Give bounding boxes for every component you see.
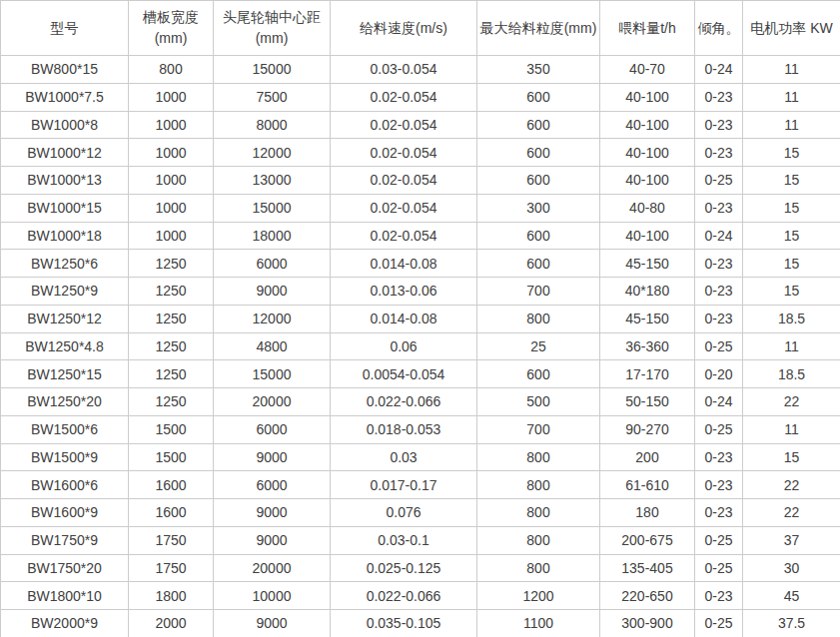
table-cell: 1600 <box>129 499 214 527</box>
table-cell: 0-23 <box>695 443 743 471</box>
table-cell: 1000 <box>129 111 214 139</box>
table-cell: 12000 <box>214 305 331 332</box>
header-row: 型号槽板宽度(mm)头尾轮轴中心距 (mm)给料速度(m/s)最大给料粒度(mm… <box>1 1 840 56</box>
table-cell: 0.03-0.1 <box>331 526 477 554</box>
table-cell: BW1600*9 <box>1 499 129 527</box>
table-cell: 0-23 <box>695 471 743 499</box>
table-cell: 220-650 <box>600 582 695 610</box>
table-cell: 45 <box>743 582 840 610</box>
table-cell: 1250 <box>129 250 214 278</box>
table-cell: 135-405 <box>600 554 695 582</box>
table-cell: 800 <box>477 471 600 499</box>
table-cell: 45-150 <box>600 250 695 278</box>
table-cell: 1000 <box>129 194 214 222</box>
table-cell: 1500 <box>129 415 214 443</box>
table-cell: 0-25 <box>695 332 743 360</box>
table-cell: 0.03 <box>331 443 477 471</box>
table-row: BW1600*6160060000.017-0.1780061-6100-232… <box>1 471 840 499</box>
table-cell: 500 <box>477 388 600 416</box>
table-row: BW1250*201250200000.022-0.06650050-1500-… <box>1 388 840 416</box>
table-cell: 0-20 <box>695 360 743 388</box>
table-cell: 18.5 <box>743 305 840 332</box>
table-cell: 600 <box>477 111 600 139</box>
table-row: BW1250*9125090000.013-0.0670040*1800-231… <box>1 278 840 306</box>
table-cell: 800 <box>129 56 214 84</box>
table-cell: 0-23 <box>695 499 743 527</box>
table-cell: 1100 <box>477 610 600 637</box>
table-cell: 1000 <box>129 222 214 250</box>
table-cell: 0.03-0.054 <box>331 56 477 84</box>
table-cell: 800 <box>477 526 600 554</box>
table-cell: 37 <box>743 526 840 554</box>
table-cell: 0.018-0.053 <box>331 415 477 443</box>
table-cell: 200 <box>600 443 695 471</box>
table-cell: 40*180 <box>600 278 695 306</box>
feeder-spec-table: 型号槽板宽度(mm)头尾轮轴中心距 (mm)给料速度(m/s)最大给料粒度(mm… <box>0 0 840 637</box>
table-cell: 13000 <box>214 167 331 195</box>
table-cell: 40-100 <box>600 222 695 250</box>
column-header: 头尾轮轴中心距 (mm) <box>214 1 331 56</box>
table-cell: 1250 <box>129 305 214 332</box>
table-cell: 0-25 <box>695 415 743 443</box>
table-cell: BW1250*6 <box>1 250 129 278</box>
table-cell: 0.035-0.105 <box>331 610 477 637</box>
table-cell: BW1000*13 <box>1 167 129 195</box>
table-cell: 18000 <box>214 222 331 250</box>
table-header: 型号槽板宽度(mm)头尾轮轴中心距 (mm)给料速度(m/s)最大给料粒度(mm… <box>1 1 840 56</box>
table-cell: 800 <box>477 305 600 332</box>
table-cell: 9000 <box>214 499 331 527</box>
column-header: 最大给料粒度(mm) <box>477 1 600 56</box>
table-cell: 300 <box>477 194 600 222</box>
table-cell: 800 <box>477 499 600 527</box>
table-cell: 9000 <box>214 526 331 554</box>
table-row: BW1800*101800100000.022-0.0661200220-650… <box>1 582 840 610</box>
table-cell: 9000 <box>214 443 331 471</box>
table-cell: 9000 <box>214 278 331 306</box>
table-cell: 1000 <box>129 83 214 111</box>
table-cell: 600 <box>477 83 600 111</box>
table-cell: BW1500*6 <box>1 415 129 443</box>
table-row: BW1750*201750200000.025-0.125800135-4050… <box>1 554 840 582</box>
table-cell: 0.06 <box>331 332 477 360</box>
table-cell: 0-23 <box>695 139 743 167</box>
table-cell: 37.5 <box>743 610 840 637</box>
table-cell: 15 <box>743 139 840 167</box>
table-cell: 0-23 <box>695 582 743 610</box>
table-cell: 15 <box>743 194 840 222</box>
table-cell: 600 <box>477 250 600 278</box>
table-cell: 11 <box>743 415 840 443</box>
table-cell: 0.02-0.054 <box>331 83 477 111</box>
table-cell: 0-25 <box>695 526 743 554</box>
table-cell: 1600 <box>129 471 214 499</box>
table-cell: BW1250*4.8 <box>1 332 129 360</box>
table-row: BW1600*9160090000.0768001800-2322 <box>1 499 840 527</box>
table-cell: BW1500*9 <box>1 443 129 471</box>
table-row: BW1500*6150060000.018-0.05370090-2700-25… <box>1 415 840 443</box>
table-cell: 1000 <box>129 139 214 167</box>
column-header: 倾角。 <box>695 1 743 56</box>
table-cell: 800 <box>477 443 600 471</box>
table-cell: 1750 <box>129 554 214 582</box>
column-header: 喂料量t/h <box>600 1 695 56</box>
table-cell: 0-25 <box>695 554 743 582</box>
table-cell: 0-23 <box>695 111 743 139</box>
table-cell: 0.013-0.06 <box>331 278 477 306</box>
table-cell: 11 <box>743 56 840 84</box>
table-cell: 600 <box>477 167 600 195</box>
table-cell: 61-610 <box>600 471 695 499</box>
table-cell: BW1000*7.5 <box>1 83 129 111</box>
column-header: 型号 <box>1 1 129 56</box>
table-cell: 0.017-0.17 <box>331 471 477 499</box>
table-cell: 0-23 <box>695 194 743 222</box>
table-cell: 20000 <box>214 388 331 416</box>
table-cell: 9000 <box>214 610 331 637</box>
table-cell: BW1250*20 <box>1 388 129 416</box>
table-cell: 6000 <box>214 415 331 443</box>
table-row: BW1250*6125060000.014-0.0860045-1500-231… <box>1 250 840 278</box>
table-cell: 0.014-0.08 <box>331 305 477 332</box>
table-row: BW1750*9175090000.03-0.1800200-6750-2537 <box>1 526 840 554</box>
table-row: BW1250*121250120000.014-0.0880045-1500-2… <box>1 305 840 332</box>
table-cell: 1000 <box>129 167 214 195</box>
table-cell: BW1000*8 <box>1 111 129 139</box>
table-cell: 2000 <box>129 610 214 637</box>
